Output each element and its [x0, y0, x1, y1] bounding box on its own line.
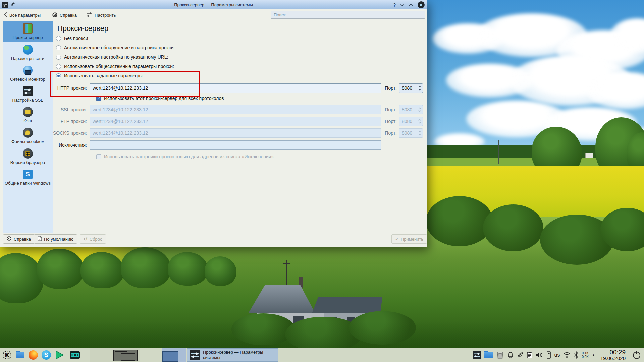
sidebar-separator	[53, 21, 53, 233]
sidebar-item-windows-shares[interactable]: S Общие папки Windows	[3, 167, 53, 193]
sidebar-item-label: Версия браузера	[10, 160, 45, 165]
kde-menu-button[interactable]: K	[1, 349, 13, 361]
ssl-proxy-input[interactable]	[90, 105, 381, 114]
checkbox-all-protocols[interactable]: ✓ Использовать этот прокси-сервер для вс…	[96, 96, 224, 101]
network-traffic-indicator[interactable]: 0.1K 0.0K	[582, 351, 589, 359]
radio-no-proxy[interactable]: Без прокси	[56, 36, 88, 41]
radio-label: Без прокси	[64, 36, 88, 41]
socks-port-input[interactable]	[399, 129, 417, 137]
socks-port-label: Порт:	[383, 130, 397, 136]
http-proxy-input[interactable]	[90, 83, 381, 93]
ssl-port-spinbox[interactable]	[399, 105, 423, 114]
digital-clock[interactable]: 00:29 19.06.2020	[600, 349, 626, 361]
toolbar: Все параметры Справка Настроить	[0, 9, 427, 21]
ftp-port-label: Порт:	[383, 119, 397, 124]
reset-button[interactable]: ↺ Сброс	[80, 234, 106, 244]
footer-help-button[interactable]: Справка	[3, 234, 35, 244]
ssl-proxy-label: SSL прокси:	[50, 107, 87, 112]
help-window-button[interactable]: ?	[393, 3, 396, 7]
socks-port-spinbox[interactable]	[399, 128, 423, 138]
keyboard-layout-indicator[interactable]: us	[554, 352, 560, 358]
radio-auto-detect[interactable]: Автоматическое обнаружение и настройка п…	[56, 45, 174, 50]
file-manager-button[interactable]	[14, 349, 26, 361]
spinner-arrows	[417, 129, 423, 137]
titlebar[interactable]: Прокси-сервер — Параметры системы ? ×	[0, 0, 427, 10]
ftp-proxy-label: FTP прокси:	[50, 119, 87, 124]
search-input[interactable]	[271, 11, 425, 19]
window-title: Прокси-сервер — Параметры системы	[0, 2, 427, 7]
tray-expand-arrow-icon[interactable]: ▲	[592, 353, 595, 357]
sidebar-item-cookies[interactable]: Файлы «cookie»	[3, 125, 53, 146]
pager-desktop-1[interactable]	[90, 348, 140, 362]
http-port-label: Порт:	[383, 85, 397, 91]
wallpaper-tree	[37, 249, 84, 289]
firefox-button[interactable]	[28, 349, 39, 361]
all-settings-button[interactable]: Все параметры	[0, 9, 44, 21]
ftp-proxy-input[interactable]	[90, 117, 381, 126]
toolbar-help-button[interactable]: Справка	[49, 9, 80, 21]
wallpaper-bush	[483, 204, 543, 251]
removable-device-icon[interactable]	[546, 351, 551, 359]
sidebar-item-proxy[interactable]: Прокси-сервер	[3, 21, 53, 42]
sidebar-item-browser-id[interactable]: Версия браузера	[3, 146, 53, 167]
sidebar-item-label: Прокси-сервер	[13, 35, 43, 40]
proxy-icon	[22, 23, 33, 34]
radio-label: Использовать общесистемные параметры про…	[64, 64, 174, 69]
bluetooth-icon[interactable]	[574, 351, 579, 359]
radio-icon	[56, 45, 61, 50]
defaults-button[interactable]: s По умолчанию	[34, 234, 77, 244]
media-player-button[interactable]	[54, 349, 65, 361]
tray-system-settings-icon[interactable]	[473, 351, 481, 359]
pin-icon[interactable]	[10, 2, 15, 8]
yakuake-button[interactable]	[69, 349, 80, 361]
net-down: 0.0K	[582, 355, 589, 359]
configure-button[interactable]: Настроить	[84, 9, 119, 21]
chevron-left-icon	[4, 12, 7, 18]
sidebar-item-label: Сетевой монитор	[10, 77, 45, 82]
wallpaper-tree	[80, 252, 124, 288]
socks-proxy-input[interactable]	[90, 128, 381, 138]
clock-date: 19.06.2020	[600, 356, 626, 361]
document-icon: s	[38, 236, 42, 242]
task-button-proxy-settings[interactable]: Прокси-сервер — Параметры системы	[187, 348, 278, 362]
http-port-spinbox[interactable]	[399, 83, 423, 93]
radio-auto-url[interactable]: Автоматическая настройка по указанному U…	[56, 54, 168, 60]
radio-icon	[56, 36, 61, 41]
sidebar-item-network-monitor[interactable]: Сетевой монитор	[3, 63, 53, 84]
wifi-icon[interactable]	[563, 352, 571, 358]
window-up-button[interactable]	[409, 3, 413, 6]
volume-icon[interactable]	[536, 352, 543, 358]
spinner-arrows	[417, 105, 423, 114]
tray-folder-icon[interactable]	[484, 352, 493, 358]
radio-manual-proxy[interactable]: Использовать заданные параметры:	[56, 73, 144, 78]
pager-window-thumbnail	[113, 350, 138, 361]
sidebar-item-cache[interactable]: Кэш	[3, 105, 53, 125]
ftp-port-input[interactable]	[399, 117, 417, 126]
radio-label: Автоматическое обнаружение и настройка п…	[64, 45, 174, 50]
checkbox-only-exception-list[interactable]: Использовать настройки прокси только для…	[96, 154, 274, 159]
ssl-sliders-icon	[22, 86, 33, 97]
trash-icon[interactable]	[496, 351, 504, 359]
wallpaper-bush	[426, 196, 493, 246]
net-up: 0.1K	[582, 351, 589, 355]
sidebar-item-label: Параметры сети	[11, 56, 44, 61]
close-button[interactable]: ×	[418, 1, 425, 8]
leave-power-icon[interactable]	[632, 350, 641, 360]
ftp-port-spinbox[interactable]	[399, 117, 423, 126]
leaf-icon[interactable]	[517, 352, 524, 358]
spinner-arrows[interactable]	[417, 84, 423, 93]
checkbox-unchecked-icon	[96, 154, 101, 159]
notifications-bell-icon[interactable]	[507, 352, 514, 358]
exceptions-input[interactable]	[90, 140, 381, 150]
http-port-input[interactable]	[399, 84, 417, 93]
check-icon: ✓	[395, 237, 399, 242]
skype-button[interactable]: S	[41, 349, 52, 361]
apply-button[interactable]: ✓ Применить	[391, 234, 427, 244]
sidebar-item-ssl[interactable]: Настройка SSL	[3, 84, 53, 105]
ssl-port-input[interactable]	[399, 105, 417, 114]
sidebar-item-network-settings[interactable]: Параметры сети	[3, 42, 53, 63]
pager-desktop-2[interactable]	[162, 348, 186, 362]
clipboard-icon[interactable]	[527, 351, 533, 359]
radio-system-proxy[interactable]: Использовать общесистемные параметры про…	[56, 64, 174, 69]
window-down-button[interactable]	[400, 3, 405, 6]
